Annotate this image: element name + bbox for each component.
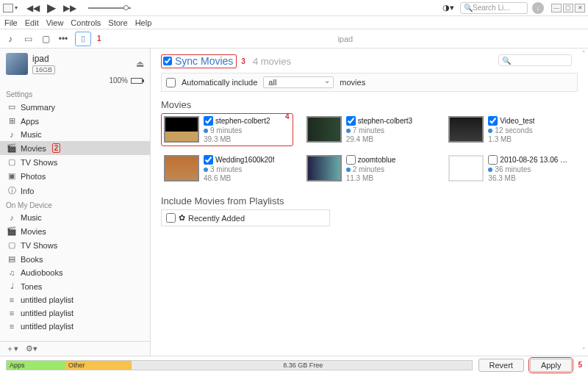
- menu-file[interactable]: File: [4, 18, 18, 27]
- sidebar-item-icon: 🎬: [7, 143, 16, 153]
- settings-gear-icon[interactable]: ⚙▾: [26, 344, 37, 353]
- sidebar-item-apps[interactable]: ⊞Apps: [0, 114, 150, 128]
- settings-section-label: Settings: [0, 87, 150, 100]
- sidebar-item-label: Music: [21, 213, 42, 222]
- movie-checkbox[interactable]: [346, 155, 356, 165]
- maximize-button[interactable]: ▢: [563, 4, 573, 12]
- movies-section-title: Movies: [161, 99, 578, 110]
- sidebar-item-icon: ▤: [7, 254, 16, 264]
- auto-include-label: Automatically include: [182, 78, 257, 87]
- movie-thumbnail: [164, 116, 199, 143]
- menubar: File Edit View Controls Store Help: [0, 16, 588, 29]
- sidebar-item-untitled-playlist[interactable]: ≡untitled playlist: [0, 293, 150, 306]
- volume-slider[interactable]: [88, 7, 131, 9]
- music-tab-icon[interactable]: ♪: [4, 34, 16, 44]
- menu-controls[interactable]: Controls: [71, 18, 101, 27]
- callout-4: 4: [285, 112, 290, 121]
- movie-name: zoomtoblue: [358, 156, 396, 164]
- revert-button[interactable]: Revert: [478, 359, 524, 372]
- more-tab-icon[interactable]: •••: [57, 34, 69, 44]
- menu-store[interactable]: Store: [108, 18, 127, 27]
- sidebar: ipad 16GB ⏏ 100% Settings ▭Summary⊞Apps♪…: [0, 48, 151, 356]
- sidebar-item-label: Photos: [21, 172, 46, 181]
- sync-movies-label: Sync Movies: [175, 55, 233, 67]
- movie-checkbox[interactable]: [204, 116, 213, 126]
- movie-item[interactable]: zoomtoblue2 minutes11.3 MB: [304, 152, 436, 185]
- sidebar-item-label: Books: [21, 255, 43, 264]
- movie-item[interactable]: stephen-colbert37 minutes29.4 MB: [304, 113, 436, 146]
- account-menu[interactable]: ◑▾: [441, 3, 456, 13]
- movies-grid: stephen-colbert29 minutes39.3 MB4stephen…: [161, 113, 578, 185]
- sidebar-item-untitled-playlist[interactable]: ≡untitled playlist: [0, 320, 150, 333]
- sidebar-item-tones[interactable]: ♩Tones: [0, 279, 150, 293]
- add-button[interactable]: ＋▾: [6, 343, 18, 354]
- movie-item[interactable]: Video_test12 seconds1.3 MB: [445, 113, 578, 146]
- movie-item[interactable]: stephen-colbert29 minutes39.3 MB4: [161, 113, 293, 146]
- callout-5: 5: [578, 361, 582, 369]
- sidebar-item-icon: ♫: [7, 268, 16, 277]
- breadcrumb[interactable]: ipad: [337, 35, 353, 43]
- sidebar-item-info[interactable]: ⓘInfo: [0, 183, 150, 198]
- forward-button[interactable]: ▶▶: [63, 3, 76, 13]
- sidebar-item-label: Audiobooks: [21, 268, 63, 277]
- playlists-section-title: Include Movies from Playlists: [161, 195, 578, 206]
- sidebar-item-untitled-playlist[interactable]: ≡untitled playlist: [0, 306, 150, 320]
- sync-movies-checkbox[interactable]: [163, 57, 172, 65]
- device-button[interactable]: ▯: [75, 32, 91, 46]
- sidebar-item-movies[interactable]: 🎬Movies2: [0, 141, 150, 155]
- device-thumbnail: [6, 53, 28, 75]
- movie-checkbox[interactable]: [346, 116, 356, 126]
- sidebar-item-icon: 🎬: [7, 226, 16, 236]
- auto-include-checkbox[interactable]: [166, 78, 176, 87]
- movie-item[interactable]: 2010-08-26 13.06 What...36 minutes36.3 M…: [445, 152, 578, 185]
- movie-checkbox[interactable]: [488, 155, 498, 165]
- rewind-button[interactable]: ◀◀: [26, 3, 40, 13]
- eject-icon[interactable]: ⏏: [136, 59, 144, 69]
- menu-help[interactable]: Help: [135, 18, 152, 27]
- device-capacity: 16GB: [32, 65, 55, 74]
- toolbar: ♪ ▭ ▢ ••• ▯ 1 ipad: [0, 29, 588, 48]
- downloads-button[interactable]: ↓: [532, 2, 544, 14]
- auto-include-select[interactable]: all: [263, 76, 334, 88]
- menu-view[interactable]: View: [46, 18, 64, 27]
- playlist-checkbox[interactable]: [166, 213, 176, 223]
- sidebar-item-icon: ♪: [7, 130, 16, 139]
- library-dropdown[interactable]: [3, 4, 13, 12]
- menu-edit[interactable]: Edit: [25, 18, 39, 27]
- sidebar-item-tv-shows[interactable]: ▢TV Shows: [0, 238, 150, 252]
- unwatched-dot-icon: [488, 168, 492, 172]
- search-input[interactable]: 🔍 Search Li...: [460, 2, 528, 14]
- unwatched-dot-icon: [204, 168, 208, 172]
- movie-size: 48.6 MB: [204, 174, 274, 182]
- sidebar-item-audiobooks[interactable]: ♫Audiobooks: [0, 266, 150, 279]
- movie-duration: 36 minutes: [488, 165, 573, 173]
- apply-button[interactable]: Apply: [530, 359, 573, 372]
- movie-name: Wedding1600k20f: [215, 156, 274, 164]
- sidebar-footer: ＋▾ ⚙▾: [0, 341, 150, 356]
- minimize-button[interactable]: —: [551, 4, 562, 12]
- movie-checkbox[interactable]: [488, 116, 498, 126]
- sidebar-item-photos[interactable]: ▣Photos: [0, 169, 150, 183]
- movie-size: 39.3 MB: [204, 135, 270, 143]
- movie-name: stephen-colbert3: [358, 117, 413, 125]
- panel-search-input[interactable]: 🔍: [498, 54, 572, 66]
- sidebar-item-movies[interactable]: 🎬Movies: [0, 224, 150, 238]
- sidebar-item-summary[interactable]: ▭Summary: [0, 100, 150, 114]
- movie-checkbox[interactable]: [204, 155, 213, 165]
- sidebar-item-tv-shows[interactable]: ▢TV Shows: [0, 155, 150, 169]
- sidebar-item-music[interactable]: ♪Music: [0, 211, 150, 224]
- on-device-section-label: On My Device: [0, 198, 150, 211]
- movie-name: Video_test: [500, 117, 534, 125]
- play-button[interactable]: ▶: [47, 1, 56, 15]
- movie-duration: 3 minutes: [204, 165, 274, 173]
- tv-tab-icon[interactable]: ▢: [40, 34, 51, 44]
- close-button[interactable]: ✕: [575, 4, 585, 12]
- sidebar-item-music[interactable]: ♪Music: [0, 128, 150, 141]
- movie-duration: 7 minutes: [346, 126, 413, 134]
- movie-item[interactable]: Wedding1600k20f3 minutes48.6 MB: [161, 152, 293, 185]
- main-scrollbar[interactable]: ˄˅: [579, 48, 588, 356]
- main-panel: 🔍 Sync Movies 3 4 movies Automatically i…: [151, 48, 588, 356]
- sidebar-item-books[interactable]: ▤Books: [0, 252, 150, 266]
- sidebar-item-label: Info: [21, 187, 34, 195]
- movies-tab-icon[interactable]: ▭: [22, 34, 34, 44]
